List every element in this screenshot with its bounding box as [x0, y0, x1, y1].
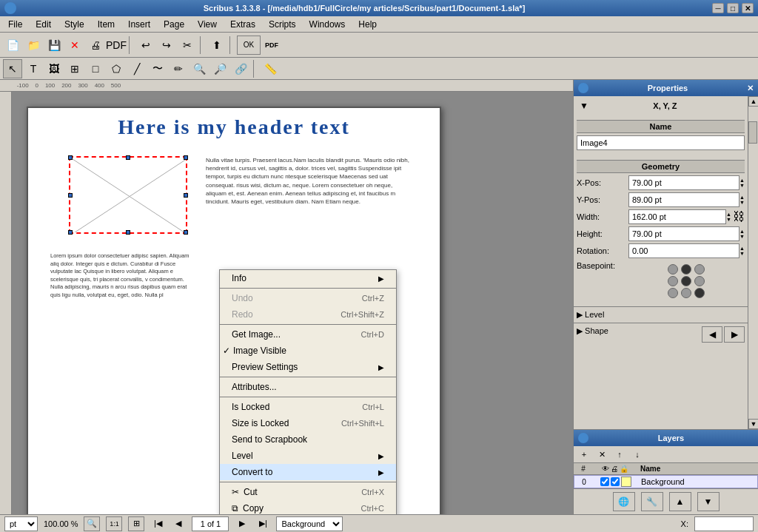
- page-last-btn[interactable]: ▶|: [255, 516, 270, 531]
- unit-select[interactable]: pt mm in: [4, 516, 38, 531]
- bp-ml[interactable]: [668, 276, 678, 286]
- freehand-tool[interactable]: ✏: [169, 59, 188, 78]
- context-menu-get-image[interactable]: Get Image... Ctrl+D: [220, 326, 396, 343]
- zoom-11-btn[interactable]: 1:1: [106, 516, 122, 531]
- rect-tool[interactable]: □: [86, 59, 105, 78]
- handle-br[interactable]: [184, 230, 188, 235]
- xpos-down[interactable]: ▼: [739, 183, 745, 188]
- line-tool[interactable]: ╱: [127, 59, 147, 78]
- context-menu-redo[interactable]: Redo Ctrl+Shift+Z: [220, 306, 396, 323]
- width-input[interactable]: [628, 209, 726, 224]
- menu-file[interactable]: File: [1, 17, 29, 32]
- level-toggle[interactable]: ▶: [577, 310, 583, 319]
- export-button[interactable]: ⬆: [207, 36, 227, 55]
- menu-edit[interactable]: Edit: [29, 17, 58, 32]
- eyedrop-tool[interactable]: 🔍: [190, 59, 209, 78]
- undo-button[interactable]: ↩: [136, 36, 155, 55]
- layer-print-toggle[interactable]: [611, 477, 620, 486]
- handle-bl[interactable]: [68, 230, 73, 235]
- ypos-down[interactable]: ▼: [739, 200, 745, 205]
- coord-input[interactable]: [694, 516, 754, 531]
- nav-prev[interactable]: ◀: [702, 326, 722, 343]
- context-menu-size-locked[interactable]: Size is Locked Ctrl+Shift+L: [220, 415, 396, 431]
- maximize-button[interactable]: □: [727, 3, 739, 13]
- pdf-export-button[interactable]: PDF: [262, 36, 281, 55]
- menu-windows[interactable]: Windows: [303, 17, 352, 32]
- context-menu-copy[interactable]: ⧉ Copy Ctrl+C: [220, 500, 396, 514]
- zoom-tool[interactable]: 🔎: [210, 59, 229, 78]
- text-tool[interactable]: T: [24, 59, 43, 78]
- layer-item[interactable]: 0 Background: [574, 475, 758, 488]
- scroll-thumb[interactable]: [748, 121, 757, 144]
- bp-mm[interactable]: [681, 276, 691, 286]
- menu-item[interactable]: Item: [91, 17, 121, 32]
- rotation-down[interactable]: ▼: [739, 251, 745, 256]
- xpos-up[interactable]: ▲: [739, 178, 745, 183]
- redo-button[interactable]: ↪: [157, 36, 176, 55]
- open-button[interactable]: 📁: [24, 36, 43, 55]
- zoom-preview-btn[interactable]: 🔍: [84, 516, 100, 531]
- chain-icon[interactable]: ⛓: [733, 210, 745, 223]
- layer-select[interactable]: Background: [276, 516, 343, 531]
- text-frame-left[interactable]: Lorem ipsum dolor consectetuer adipisc s…: [50, 252, 191, 489]
- image-tool[interactable]: 🖼: [44, 59, 64, 78]
- close-doc-button[interactable]: ✕: [65, 36, 84, 55]
- layer-down-btn[interactable]: ↓: [630, 448, 645, 461]
- panel-btn-1[interactable]: 🌐: [613, 492, 635, 511]
- minimize-button[interactable]: ─: [712, 3, 724, 13]
- layer-add-btn[interactable]: +: [577, 448, 591, 461]
- save-button[interactable]: 💾: [44, 36, 64, 55]
- context-menu-cut[interactable]: ✂ Cut Ctrl+X: [220, 484, 396, 500]
- page-input[interactable]: [192, 516, 229, 531]
- select-tool[interactable]: ↖: [3, 59, 22, 78]
- layer-up-btn[interactable]: ↑: [612, 448, 627, 461]
- height-input[interactable]: [628, 226, 739, 241]
- handle-bm[interactable]: [126, 230, 130, 235]
- context-menu-level[interactable]: Level ▶: [220, 448, 396, 464]
- menu-insert[interactable]: Insert: [121, 17, 157, 32]
- scroll-down[interactable]: ▼: [748, 419, 758, 429]
- close-button[interactable]: ✕: [742, 3, 754, 13]
- canvas-area[interactable]: -100 0 100 200 300 400 500 Here is my he…: [0, 80, 573, 514]
- print-button[interactable]: 🖨: [86, 36, 105, 55]
- xpos-input[interactable]: [628, 175, 739, 190]
- bp-tr[interactable]: [694, 264, 705, 275]
- image-frame[interactable]: [69, 156, 187, 234]
- ypos-up[interactable]: ▲: [739, 195, 745, 200]
- cut-button[interactable]: ✂: [178, 36, 197, 55]
- nav-next[interactable]: ▶: [724, 326, 745, 343]
- new-button[interactable]: 📄: [3, 36, 22, 55]
- xyz-toggle[interactable]: ▼: [580, 101, 588, 111]
- table-tool[interactable]: ⊞: [65, 59, 84, 78]
- context-menu-preview-settings[interactable]: Preview Settings ▶: [220, 359, 396, 375]
- name-input[interactable]: [577, 135, 745, 150]
- layer-delete-btn[interactable]: ✕: [594, 448, 609, 461]
- context-menu-attributes[interactable]: Attributes...: [220, 379, 396, 395]
- bp-bl[interactable]: [668, 288, 678, 298]
- ypos-input[interactable]: [628, 192, 739, 207]
- bp-br[interactable]: [694, 288, 705, 298]
- bp-bm[interactable]: [681, 288, 691, 298]
- rotation-input[interactable]: [628, 243, 739, 258]
- height-up[interactable]: ▲: [739, 229, 745, 234]
- context-menu-info[interactable]: Info ▶: [220, 270, 396, 286]
- context-menu-image-visible[interactable]: ✓ Image Visible: [220, 343, 396, 359]
- handle-tr[interactable]: [184, 155, 188, 160]
- bezier-tool[interactable]: 〜: [148, 59, 167, 78]
- height-down[interactable]: ▼: [739, 234, 745, 239]
- layer-color-swatch[interactable]: [621, 477, 631, 487]
- page-prev-btn[interactable]: ◀: [171, 516, 186, 531]
- shape-toggle[interactable]: ▶: [577, 326, 583, 335]
- width-up[interactable]: ▲: [726, 212, 731, 217]
- document-canvas[interactable]: Here is my header text: [12, 92, 573, 514]
- handle-mr[interactable]: [184, 193, 188, 198]
- bp-tm[interactable]: [681, 264, 691, 275]
- polygon-tool[interactable]: ⬠: [107, 59, 126, 78]
- scroll-up[interactable]: ▲: [748, 96, 758, 107]
- page-next-btn[interactable]: ▶: [235, 516, 249, 531]
- properties-close[interactable]: ✕: [747, 84, 754, 93]
- context-menu-is-locked[interactable]: Is Locked Ctrl+L: [220, 399, 396, 415]
- menu-extras[interactable]: Extras: [224, 17, 262, 32]
- panel-btn-up[interactable]: ▲: [669, 492, 691, 511]
- bp-tl[interactable]: [668, 264, 678, 275]
